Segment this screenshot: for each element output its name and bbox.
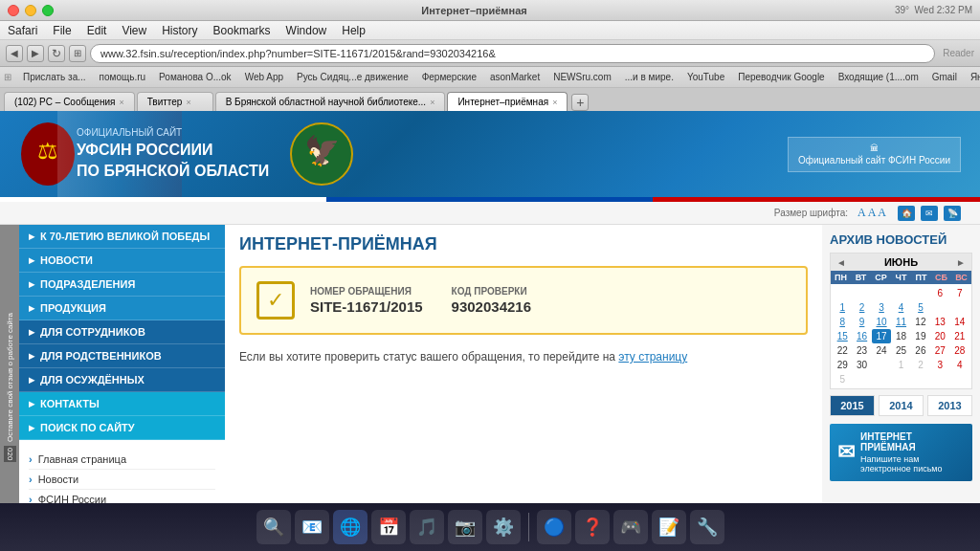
bookmark-10[interactable]: Переводчик Google: [732, 70, 830, 84]
nav-contacts[interactable]: КОНТАКТЫ: [19, 392, 225, 416]
tab-close-1[interactable]: ×: [186, 98, 190, 107]
menu-edit[interactable]: Edit: [87, 24, 107, 37]
nav-products[interactable]: ПРОДУКЦИЯ: [19, 297, 225, 320]
dock-photos[interactable]: 📷: [448, 510, 482, 544]
dock-safari[interactable]: 🌐: [333, 510, 368, 544]
tab-3[interactable]: Интернет–приёмная ×: [447, 92, 568, 111]
nav-relatives[interactable]: ДЛЯ РОДСТВЕННИКОВ: [19, 344, 225, 368]
cal-month: ИЮНЬ: [884, 256, 918, 268]
mac-menubar: Safari File Edit View History Bookmarks …: [0, 21, 980, 40]
nav-convicted[interactable]: ДЛЯ ОСУЖДЁННЫХ: [19, 368, 225, 392]
page-title: ИНТЕРНЕТ-ПРИЁМНАЯ: [239, 234, 808, 254]
bookmark-1[interactable]: помощь.ru: [94, 70, 152, 84]
bookmark-13[interactable]: Яндекс: [965, 70, 980, 84]
calendar-day-labels: ПН ВТ СР ЧТ ПТ СБ ВС: [831, 271, 971, 284]
tab-0[interactable]: (102) PC – Сообщения ×: [4, 92, 135, 111]
menu-bookmarks[interactable]: Bookmarks: [213, 24, 271, 37]
cal-next-button[interactable]: ►: [956, 257, 966, 268]
year-2015[interactable]: 2015: [830, 395, 875, 416]
home-icon[interactable]: 🏠: [898, 206, 915, 221]
cal-date-1[interactable]: 1: [833, 300, 852, 315]
dock-app2[interactable]: 🎮: [613, 510, 648, 544]
tab-close-3[interactable]: ×: [552, 98, 557, 107]
menu-view[interactable]: View: [122, 24, 146, 37]
bookmark-9[interactable]: YouTube: [681, 70, 730, 84]
bookmark-2[interactable]: Романова О...ok: [153, 70, 237, 84]
cal-date-13: 13: [930, 315, 949, 329]
new-tab-button[interactable]: +: [571, 94, 589, 111]
tab-2[interactable]: В Брянской областной научной библиотеке.…: [215, 92, 446, 111]
cal-date-17[interactable]: 17: [872, 329, 891, 343]
cal-date-16[interactable]: 16: [852, 329, 871, 343]
nav-search[interactable]: ПОИСК ПО САЙТУ: [19, 416, 225, 440]
cal-date-10[interactable]: 10: [872, 315, 891, 329]
menu-window[interactable]: Window: [286, 24, 327, 37]
dock-mail[interactable]: 📧: [295, 510, 329, 544]
dock-settings[interactable]: ⚙️: [486, 510, 521, 544]
cal-date-18: 18: [891, 329, 910, 343]
close-button[interactable]: [8, 5, 19, 16]
nav-subdivisions-label: ПОДРАЗДЕЛЕНИЯ: [40, 278, 135, 290]
cal-date: [872, 286, 891, 300]
year-2014[interactable]: 2014: [879, 395, 924, 416]
tab-1[interactable]: Твиттер ×: [137, 92, 213, 111]
reload-button[interactable]: ↻: [48, 45, 65, 62]
cal-date-4[interactable]: 4: [891, 300, 910, 315]
reader-button[interactable]: Reader: [943, 48, 974, 58]
dock-music[interactable]: 🎵: [410, 510, 444, 544]
home-button[interactable]: ⊞: [69, 45, 86, 62]
dock-app4[interactable]: 🔧: [690, 510, 724, 544]
dock-app3[interactable]: 📝: [652, 510, 686, 544]
cal-date-3[interactable]: 3: [872, 300, 891, 315]
nav-news[interactable]: НОВОСТИ: [19, 249, 225, 273]
bookmark-6[interactable]: asonMarket: [484, 70, 546, 84]
nav-products-label: ПРОДУКЦИЯ: [40, 302, 106, 314]
year-2013[interactable]: 2013: [927, 395, 972, 416]
cal-date: [911, 286, 930, 300]
window-title: Интернет–приёмная: [54, 5, 895, 16]
status-link[interactable]: эту страницу: [618, 350, 687, 364]
cal-date-15[interactable]: 15: [833, 329, 852, 343]
bookmark-5[interactable]: Фермерские: [416, 70, 482, 84]
bookmark-11[interactable]: Входящие (1....om: [833, 70, 924, 84]
bookmark-7[interactable]: NEWSru.com: [547, 70, 617, 84]
forward-button[interactable]: ▶: [27, 45, 44, 62]
menu-file[interactable]: File: [53, 24, 71, 37]
bookmark-4[interactable]: Русь Сидяц...е движение: [291, 70, 414, 84]
nav-employees[interactable]: ДЛЯ СОТРУДНИКОВ: [19, 320, 225, 344]
cal-date-11[interactable]: 11: [891, 315, 910, 329]
cal-date-9[interactable]: 9: [852, 315, 871, 329]
dock-chrome[interactable]: 🔵: [537, 510, 571, 544]
code-label: КОД ПРОВЕРКИ: [452, 286, 531, 297]
dock-finder[interactable]: 🔍: [256, 510, 291, 544]
window-controls[interactable]: [8, 5, 54, 16]
menu-help[interactable]: Help: [342, 24, 366, 37]
address-bar[interactable]: www.32.fsin.su/reception/index.php?numbe…: [90, 44, 935, 63]
archive-title: АРХИВ НОВОСТЕЙ: [830, 232, 972, 247]
bookmark-8[interactable]: ...и в мире.: [619, 70, 679, 84]
dock-app1[interactable]: ❓: [575, 510, 610, 544]
cal-date-5[interactable]: 5: [911, 300, 930, 315]
back-button[interactable]: ◀: [6, 45, 23, 62]
tab-close-0[interactable]: ×: [119, 98, 123, 107]
bookmark-0[interactable]: Прислать за...: [17, 70, 92, 84]
rss-icon[interactable]: 📡: [944, 206, 961, 221]
nav-victory[interactable]: К 70-ЛЕТИЮ ВЕЛИКОЙ ПОБЕДЫ: [19, 225, 225, 249]
email-icon[interactable]: ✉: [921, 206, 938, 221]
tab-close-2[interactable]: ×: [430, 98, 434, 107]
bookmark-3[interactable]: Web App: [239, 70, 289, 84]
cal-date-8[interactable]: 8: [833, 315, 852, 329]
sidebar-link-0[interactable]: Главная страница: [29, 450, 215, 470]
menu-history[interactable]: History: [162, 24, 197, 37]
cal-date-2[interactable]: 2: [852, 300, 871, 315]
sidebar-link-1[interactable]: Новости: [29, 470, 215, 490]
bookmark-12[interactable]: Gmail: [926, 70, 963, 84]
cal-prev-button[interactable]: ◄: [836, 257, 846, 268]
inet-priemnaya-box[interactable]: ✉ ИНТЕРНЕТ ПРИЁМНАЯ Напишите нам электро…: [830, 424, 972, 481]
menu-safari[interactable]: Safari: [8, 24, 37, 37]
dock-calendar[interactable]: 📅: [371, 510, 406, 544]
font-size-controls[interactable]: AAA: [858, 206, 888, 220]
minimize-button[interactable]: [25, 5, 36, 16]
nav-subdivisions[interactable]: ПОДРАЗДЕЛЕНИЯ: [19, 273, 225, 297]
maximize-button[interactable]: [42, 5, 54, 16]
